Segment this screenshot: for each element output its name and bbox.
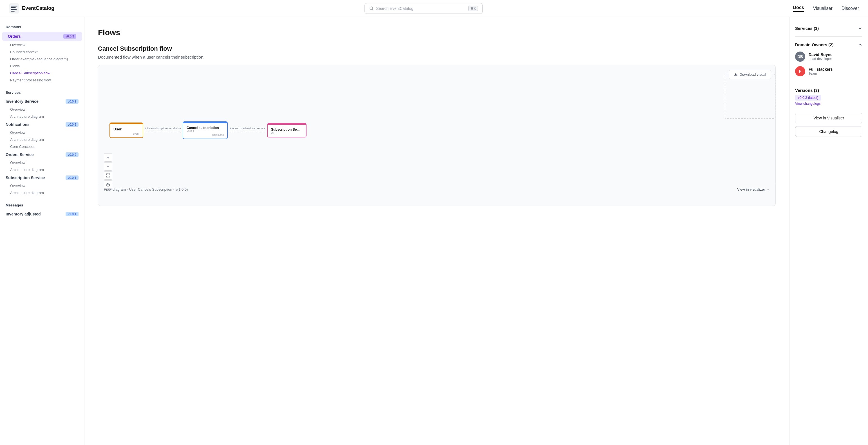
download-visual-button[interactable]: Download visual: [729, 70, 771, 79]
nav-link-docs[interactable]: Docs: [793, 5, 804, 12]
search-shortcut: ⌘K: [468, 6, 478, 11]
owner-avatar-david: DB: [795, 52, 805, 62]
owner-avatar-fullstackers: F: [795, 66, 805, 76]
owner-role-david: Lead developer: [809, 57, 833, 61]
download-icon: [734, 73, 738, 77]
connector-1: Initiate subscription cancellation →: [143, 127, 183, 134]
zoom-lock-button[interactable]: [104, 180, 112, 189]
domains-section-title: Domains: [0, 23, 84, 31]
sidebar-sub-flows[interactable]: Flows: [0, 62, 84, 69]
zoom-out-button[interactable]: −: [104, 162, 112, 171]
download-visual-label: Download visual: [739, 72, 766, 77]
flow-diagram-svg-area[interactable]: User Event Initiate subscription cancell…: [98, 65, 775, 184]
orders-service-badge: v0.0.2: [66, 152, 79, 157]
subscription-service-label: Subscription Service: [6, 175, 45, 180]
chevron-up-icon: [858, 42, 862, 47]
inventory-service-label: Inventory Service: [6, 99, 38, 103]
search-placeholder: Search EventCatalog: [376, 6, 466, 11]
flow-diagram-container: Download visual User Event Initiate subs…: [98, 65, 776, 206]
sidebar-orders-service-arch[interactable]: Architecture diagram: [0, 166, 84, 173]
messages-section-title: Messages: [0, 201, 84, 210]
nav-link-discover[interactable]: Discover: [841, 6, 859, 11]
flow-title: Cancel Subscription flow: [98, 45, 776, 52]
divider-3: [795, 109, 862, 109]
flow-desc: Documented flow when a user cancels thei…: [98, 55, 776, 59]
app-logo[interactable]: EventCatalog: [9, 3, 54, 13]
zoom-fit-button[interactable]: [104, 171, 112, 180]
sidebar-sub-cancel-flow[interactable]: Cancel Subscription flow: [0, 69, 84, 77]
cancel-sub-label: Cancel subscription: [187, 126, 224, 130]
sidebar-sub-payment-flow[interactable]: Payment processing flow: [0, 77, 84, 84]
svg-rect-2: [11, 7, 16, 8]
sidebar-notif-core-concepts[interactable]: Core Concepts: [0, 143, 84, 150]
services-section-label: Services (3): [795, 26, 819, 31]
view-in-visualiser-button[interactable]: View in Visualiser: [795, 113, 862, 123]
chevron-down-icon: [858, 26, 862, 31]
sidebar-sub-service-arch[interactable]: Architecture diagram: [0, 189, 84, 196]
topnav: EventCatalog Search EventCatalog ⌘K Docs…: [0, 0, 868, 17]
svg-rect-4: [11, 11, 14, 11]
sidebar-item-orders[interactable]: Orders v0.0.3: [2, 32, 82, 41]
search-bar[interactable]: Search EventCatalog ⌘K: [365, 3, 483, 14]
sidebar-notif-arch[interactable]: Architecture diagram: [0, 136, 84, 143]
domain-owners-label: Domain Owners (2): [795, 42, 834, 47]
sidebar: Domains Orders v0.0.3 Overview Bounded c…: [0, 17, 85, 445]
sidebar-sub-service-overview[interactable]: Overview: [0, 182, 84, 189]
sidebar-sub-bounded-context[interactable]: Bounded context: [0, 49, 84, 56]
flow-node-cancel-subscription: Cancel subscription v0.0.1 Command: [183, 121, 228, 139]
page-title: Flows: [98, 28, 776, 37]
sidebar-item-inventory-adjusted[interactable]: Inventory adjusted v1.0.1: [0, 210, 84, 218]
sidebar-notif-overview[interactable]: Overview: [0, 129, 84, 136]
versions-section-header[interactable]: Versions (3): [795, 86, 862, 95]
flow-node-subscription-service: Subscription Se... v0.0.1: [267, 123, 307, 138]
notifications-label: Notifications: [6, 122, 30, 127]
subscription-service-badge: v0.0.1: [66, 175, 79, 180]
sidebar-inventory-overview[interactable]: Overview: [0, 106, 84, 113]
changelog-button[interactable]: Changelog: [795, 126, 862, 137]
services-section-header[interactable]: Services (3): [795, 24, 862, 33]
zoom-in-button[interactable]: +: [104, 153, 112, 162]
owner-role-fullstackers: Team: [809, 71, 833, 76]
view-in-visualizer-link[interactable]: View in visualizer →: [737, 187, 770, 191]
inventory-adjusted-badge: v1.0.1: [66, 212, 79, 216]
domain-owners-section-header[interactable]: Domain Owners (2): [795, 40, 862, 49]
view-changelogs-link[interactable]: View changelogs: [795, 102, 862, 106]
owner-info-fullstackers: Full stackers Team: [809, 67, 833, 76]
orders-service-label: Orders Service: [6, 152, 34, 157]
owner-name-fullstackers: Full stackers: [809, 67, 833, 71]
owner-item-david: DB David Boyne Lead developer: [795, 49, 862, 64]
sidebar-orders-service-overview[interactable]: Overview: [0, 159, 84, 166]
cancel-sub-version: v0.0.1: [187, 130, 224, 133]
svg-rect-0: [9, 3, 19, 13]
sidebar-orders-label: Orders: [8, 34, 21, 38]
app-name: EventCatalog: [22, 5, 54, 11]
nav-link-visualiser[interactable]: Visualiser: [813, 6, 833, 11]
sidebar-sub-order-example[interactable]: Order example (sequence diagram): [0, 56, 84, 62]
owner-name-david: David Boyne: [809, 52, 833, 57]
nav-links: Docs Visualiser Discover: [793, 5, 859, 12]
dashed-box: [725, 74, 775, 119]
inventory-service-badge: v0.0.2: [66, 99, 79, 103]
user-node-type: Event: [114, 132, 139, 135]
svg-rect-3: [11, 9, 17, 10]
sub-service-version: v0.0.1: [271, 131, 303, 135]
connector-2: Proceed to subscription service →: [228, 127, 267, 134]
sidebar-orders-badge: v0.0.3: [63, 34, 76, 38]
connector-2-label: Proceed to subscription service: [230, 127, 265, 130]
cancel-sub-type: Command: [187, 134, 224, 136]
flow-footer-label: Flow diagram - User Cancels Subscription…: [104, 187, 188, 191]
sub-service-label: Subscription Se...: [271, 127, 303, 131]
connector-1-label: Initiate subscription cancellation: [145, 127, 181, 130]
sidebar-item-notifications[interactable]: Notifications v0.0.2: [0, 120, 84, 129]
sidebar-item-orders-service[interactable]: Orders Service v0.0.2: [0, 150, 84, 159]
sidebar-item-inventory-service[interactable]: Inventory Service v0.0.2: [0, 97, 84, 106]
sidebar-item-subscription-service[interactable]: Subscription Service v0.0.1: [0, 173, 84, 182]
svg-rect-7: [107, 184, 110, 186]
flow-diagram-footer: Flow diagram - User Cancels Subscription…: [98, 184, 775, 195]
sidebar-sub-overview[interactable]: Overview: [0, 41, 84, 49]
versions-section-label: Versions (3): [795, 88, 819, 93]
svg-rect-6: [734, 76, 737, 76]
zoom-controls: + −: [104, 153, 112, 189]
owner-item-fullstackers: F Full stackers Team: [795, 64, 862, 79]
sidebar-inventory-arch[interactable]: Architecture diagram: [0, 113, 84, 120]
